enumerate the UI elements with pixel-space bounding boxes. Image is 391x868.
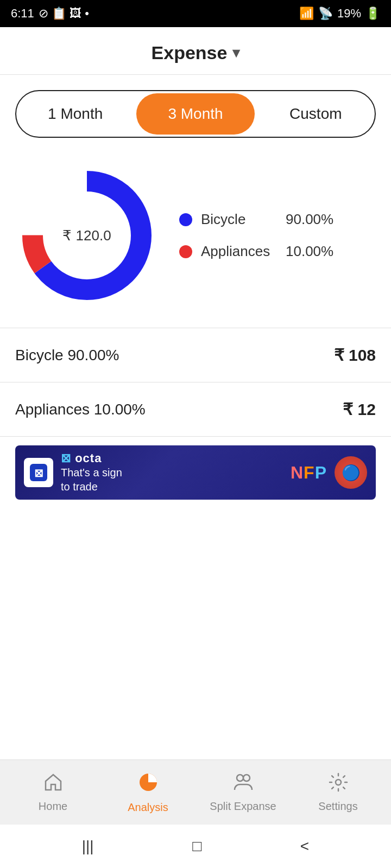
wifi-icon: 📶 — [299, 7, 314, 21]
expense-row-bicycle: Bicycle 90.00% ₹ 108 — [0, 328, 391, 382]
ad-text: ⊠ octa That's a signto trade — [61, 451, 283, 494]
system-nav-bar: ||| □ < — [0, 825, 391, 868]
signal-icon: 📡 — [318, 7, 333, 21]
octa-logo-svg: ⊠ — [29, 463, 48, 482]
legend-dot-bicycle — [179, 213, 192, 226]
status-icons: ⊘ 📋 🖼 • — [39, 7, 89, 21]
legend-pct-appliances: 10.00% — [286, 243, 333, 260]
status-time: 6:11 — [11, 7, 34, 21]
settings-icon — [329, 773, 348, 797]
svg-point-3 — [237, 775, 243, 781]
back-button[interactable]: < — [300, 838, 309, 855]
nav-item-analysis[interactable]: Analysis — [100, 771, 195, 814]
donut-chart: ₹ 120.0 — [16, 165, 157, 306]
nav-label-home: Home — [39, 800, 67, 813]
svg-point-4 — [243, 775, 250, 781]
legend-pct-bicycle: 90.00% — [286, 211, 333, 228]
header-title-container: Expense ▾ — [152, 42, 240, 63]
analysis-icon — [137, 771, 159, 798]
legend-label-appliances: Appliances — [201, 243, 277, 260]
nav-item-home[interactable]: Home — [5, 773, 100, 813]
svg-point-5 — [336, 780, 341, 785]
main-content: Expense ▾ 1 Month 3 Month Custom ₹ 120.0… — [0, 27, 391, 760]
legend-item-bicycle: Bicycle 90.00% — [179, 211, 333, 228]
filter-custom[interactable]: Custom — [257, 91, 375, 137]
home-button[interactable]: □ — [192, 838, 201, 855]
nav-item-split[interactable]: Split Expanse — [195, 773, 291, 813]
page-title: Expense — [152, 42, 228, 63]
bottom-nav: Home Analysis Split Expanse Setting — [0, 760, 391, 825]
recents-button[interactable]: ||| — [82, 838, 94, 855]
ad-logo: ⊠ — [24, 458, 53, 487]
ad-banner[interactable]: ⊠ ⊠ octa That's a signto trade NFP 🔵 — [15, 445, 376, 500]
ad-graphic: 🔵 — [335, 456, 367, 489]
time-filter: 1 Month 3 Month Custom — [15, 90, 376, 138]
filter-1month[interactable]: 1 Month — [16, 91, 134, 137]
home-icon — [43, 773, 63, 797]
svg-text:⊠: ⊠ — [34, 467, 43, 479]
expense-label-appliances: Appliances 10.00% — [15, 401, 146, 418]
ad-slogan: That's a signto trade — [61, 465, 283, 494]
status-left: 6:11 ⊘ 📋 🖼 • — [11, 7, 89, 21]
split-expense-icon — [234, 773, 253, 797]
expense-list: Bicycle 90.00% ₹ 108 Appliances 10.00% ₹… — [0, 328, 391, 437]
content-spacer — [0, 508, 391, 760]
ad-brand-name: ⊠ octa — [61, 451, 283, 465]
dropdown-icon[interactable]: ▾ — [232, 44, 239, 61]
status-bar: 6:11 ⊘ 📋 🖼 • 📶 📡 19% 🔋 — [0, 0, 391, 27]
battery-level: 19% — [337, 7, 361, 21]
nav-label-settings: Settings — [318, 800, 357, 813]
donut-center-label: ₹ 120.0 — [62, 227, 111, 244]
legend-dot-appliances — [179, 245, 192, 258]
nav-item-settings[interactable]: Settings — [291, 773, 386, 813]
nav-label-analysis: Analysis — [128, 801, 168, 814]
chart-legend: Bicycle 90.00% Appliances 10.00% — [179, 211, 333, 260]
header: Expense ▾ — [0, 27, 391, 75]
battery-icon: 🔋 — [365, 7, 380, 21]
expense-amount-bicycle: ₹ 108 — [334, 346, 376, 365]
legend-label-bicycle: Bicycle — [201, 211, 277, 228]
ad-nfp-badge: NFP — [291, 463, 327, 483]
nav-label-split: Split Expanse — [210, 800, 276, 813]
chart-section: ₹ 120.0 Bicycle 90.00% Appliances 10.00% — [0, 138, 391, 328]
expense-row-appliances: Appliances 10.00% ₹ 12 — [0, 382, 391, 437]
filter-3month[interactable]: 3 Month — [136, 93, 254, 135]
status-right: 📶 📡 19% 🔋 — [299, 7, 380, 21]
expense-amount-appliances: ₹ 12 — [343, 400, 376, 419]
legend-item-appliances: Appliances 10.00% — [179, 243, 333, 260]
expense-label-bicycle: Bicycle 90.00% — [15, 347, 119, 364]
